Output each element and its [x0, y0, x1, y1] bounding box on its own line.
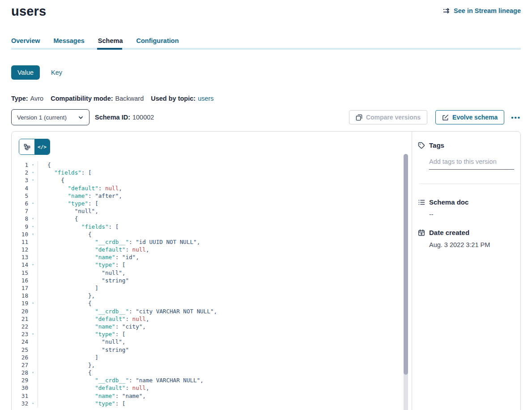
code-line: 28▾ { — [12, 369, 412, 376]
line-number: 16 — [12, 277, 28, 284]
schema-panel: </> 1▾{2▾ "fields": [3▾ {4 "default": nu… — [11, 131, 521, 410]
fold-spacer — [28, 269, 38, 277]
sidebar-divider — [419, 184, 520, 184]
code-text: "name": "after", — [38, 192, 412, 200]
code-text: }, — [38, 292, 412, 299]
schema-id-label: Schema ID: — [95, 114, 130, 121]
code-line: 16 "string" — [12, 277, 412, 284]
value-toggle-button[interactable]: Value — [11, 65, 40, 80]
fold-spacer — [28, 192, 38, 200]
calendar-plus-icon — [418, 229, 425, 236]
active-tab-indicator — [97, 48, 122, 50]
line-number: 2 — [12, 169, 28, 176]
fold-toggle-icon[interactable]: ▾ — [28, 169, 38, 176]
line-number: 31 — [12, 392, 28, 400]
line-number: 8 — [12, 215, 28, 222]
code-line: 22 "name": "city", — [12, 323, 412, 330]
fold-toggle-icon[interactable]: ▾ — [28, 330, 38, 338]
code-line: 21 "default": null, — [12, 315, 412, 323]
fold-spacer — [28, 323, 38, 330]
code-line: 32▾ "type": [ — [12, 400, 412, 407]
line-number: 32 — [12, 400, 28, 407]
code-line: 2▾ "fields": [ — [12, 169, 412, 176]
code-text: "type": [ — [38, 200, 412, 207]
line-number: 22 — [12, 323, 28, 330]
code-text: "default": null, — [38, 184, 412, 192]
code-text: { — [38, 215, 412, 222]
evolve-schema-button[interactable]: Evolve schema — [435, 110, 504, 124]
code-line: 9▾ "fields": [ — [12, 223, 412, 231]
more-actions-menu[interactable]: ••• — [511, 114, 521, 121]
fold-toggle-icon[interactable]: ▾ — [28, 400, 38, 407]
code-line: 20 "__crdb__": "city VARCHAR NOT NULL", — [12, 308, 412, 315]
line-number: 10 — [12, 231, 28, 238]
compatibility-mode-label: Compatibility mode: — [51, 95, 113, 102]
tab-overview[interactable]: Overview — [11, 37, 40, 44]
code-line: 11 "__crdb__": "id UUID NOT NULL", — [12, 238, 412, 246]
code-text: ] — [38, 284, 412, 292]
code-view-icon: </> — [38, 144, 47, 150]
code-text: "string" — [38, 277, 412, 284]
line-number: 13 — [12, 253, 28, 261]
code-text: "default": null, — [38, 246, 412, 253]
code-text: "type": [ — [38, 400, 412, 407]
code-toolbar: </> — [12, 132, 412, 155]
code-text: "null", — [38, 269, 412, 277]
chevron-down-icon — [78, 115, 84, 120]
fold-spacer — [28, 277, 38, 284]
code-line: 13 "name": "id", — [12, 253, 412, 261]
fold-toggle-icon[interactable]: ▾ — [28, 215, 38, 222]
code-line: 29 "__crdb__": "name VARCHAR NULL", — [12, 376, 412, 384]
fold-toggle-icon[interactable]: ▾ — [28, 161, 38, 169]
code-text: "fields": [ — [38, 169, 412, 176]
line-number: 6 — [12, 200, 28, 207]
fold-spacer — [28, 184, 38, 192]
fold-spacer — [28, 308, 38, 315]
used-by-topic-label: Used by topic: — [151, 95, 196, 102]
code-text: "null", — [38, 207, 412, 215]
schema-meta-row: Type: Avro Compatibility mode: Backward … — [11, 95, 521, 102]
code-text: "type": [ — [38, 261, 412, 269]
code-line: 26 ] — [12, 354, 412, 361]
fold-toggle-icon[interactable]: ▾ — [28, 176, 38, 184]
code-text: { — [38, 161, 412, 169]
code-scrollbar-track — [404, 154, 408, 410]
fold-toggle-icon[interactable]: ▾ — [28, 369, 38, 376]
fold-toggle-icon[interactable]: ▾ — [28, 231, 38, 238]
tab-messages[interactable]: Messages — [54, 37, 85, 44]
fold-toggle-icon[interactable]: ▾ — [28, 299, 38, 307]
line-number: 29 — [12, 376, 28, 384]
schema-page: users See in Stream lineage Overview Mes… — [0, 0, 532, 410]
see-in-stream-lineage-link[interactable]: See in Stream lineage — [443, 7, 521, 14]
line-number: 24 — [12, 338, 28, 346]
fold-spacer — [28, 361, 38, 369]
tab-schema[interactable]: Schema — [98, 37, 123, 44]
version-toolbar: Version 1 (current) Schema ID: 100002 Co… — [11, 109, 521, 125]
code-line: 7 "null", — [12, 207, 412, 215]
fold-toggle-icon[interactable]: ▾ — [28, 200, 38, 207]
tree-view-button[interactable] — [19, 139, 34, 154]
fold-toggle-icon[interactable]: ▾ — [28, 261, 38, 269]
key-toggle-link[interactable]: Key — [51, 69, 62, 76]
fold-toggle-icon[interactable]: ▾ — [28, 223, 38, 231]
line-number: 19 — [12, 299, 28, 307]
doc-list-icon — [418, 199, 425, 206]
edit-icon — [442, 114, 449, 121]
compare-versions-button[interactable]: Compare versions — [349, 110, 427, 124]
code-text: { — [38, 369, 412, 376]
code-text: { — [38, 176, 412, 184]
code-view-button[interactable]: </> — [34, 139, 50, 154]
fold-spacer — [28, 207, 38, 215]
line-number: 30 — [12, 384, 28, 392]
compatibility-mode-value: Backward — [115, 95, 144, 102]
tags-input[interactable] — [429, 158, 514, 170]
fold-spacer — [28, 315, 38, 323]
fold-spacer — [28, 246, 38, 253]
used-by-topic-link[interactable]: users — [198, 95, 213, 102]
tab-configuration[interactable]: Configuration — [136, 37, 179, 44]
code-editor: 1▾{2▾ "fields": [3▾ {4 "default": null,5… — [12, 161, 412, 407]
version-select[interactable]: Version 1 (current) — [11, 109, 89, 125]
schema-doc-section: Schema doc -- — [418, 198, 520, 218]
code-line: 30 "default": null, — [12, 384, 412, 392]
code-scrollbar-thumb[interactable] — [404, 154, 408, 375]
